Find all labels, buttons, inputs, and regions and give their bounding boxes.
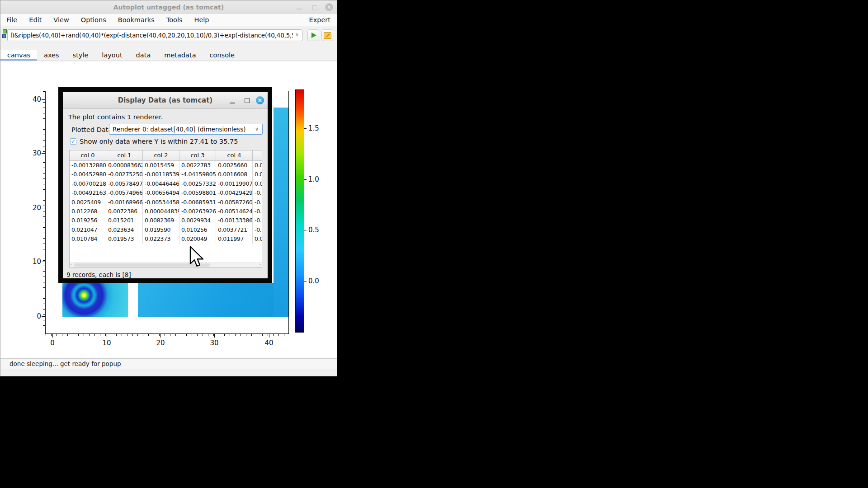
data-source-indicator-icon[interactable]	[2, 34, 6, 38]
tab-style[interactable]: style	[66, 50, 95, 61]
table-cell: -0.00534458...	[143, 198, 179, 207]
table-cell: -0.0	[253, 198, 262, 207]
table-cell: 0.015201	[106, 216, 143, 225]
horizontal-scrollbar[interactable]: ‹ ›	[70, 263, 262, 267]
menu-item-options[interactable]: Options	[75, 14, 112, 26]
plot-element-indicator-icon[interactable]	[3, 29, 7, 33]
table-column-header-partial	[253, 150, 262, 161]
records-summary: 9 records, each is [8]	[66, 271, 131, 278]
y-tick-label: 10	[25, 258, 41, 266]
table-cell: -0.0	[253, 188, 262, 197]
y-major-tick	[42, 153, 45, 154]
table-cell: -0.00578497...	[106, 179, 143, 188]
table-cell: -0.00263926...	[179, 207, 216, 216]
x-axis-minor-ticks	[46, 334, 289, 336]
close-icon[interactable]: ×	[325, 3, 333, 11]
menu-item-bookmarks[interactable]: Bookmarks	[112, 14, 160, 26]
table-cell: 0.011997	[216, 235, 253, 244]
y-major-tick	[42, 262, 45, 262]
x-major-tick	[269, 334, 269, 338]
uri-input[interactable]	[7, 29, 302, 41]
menu-item-tools[interactable]: Tools	[160, 14, 189, 26]
status-text: done sleeping... get ready for popup	[9, 359, 121, 369]
menu-item-view[interactable]: View	[47, 14, 75, 26]
table-cell: 0.00	[253, 161, 262, 170]
window-title: Autoplot untagged (as tomcat)	[0, 0, 337, 14]
dialog-close-icon[interactable]: ×	[256, 96, 264, 104]
menu-item-edit[interactable]: Edit	[23, 14, 47, 26]
table-cell: -0.00598801...	[179, 188, 216, 197]
tab-console[interactable]: console	[203, 50, 241, 61]
colorbar-tick	[304, 230, 307, 230]
tab-metadata[interactable]: metadata	[157, 50, 203, 61]
table-row: 0.0122680.00723860.000044839-0.00263926.…	[70, 207, 262, 216]
colorbar-tick-label: 0.5	[308, 226, 326, 234]
mouse-cursor-icon	[189, 246, 205, 267]
dialog-minimize-icon[interactable]	[230, 103, 235, 103]
maximize-icon[interactable]	[312, 5, 317, 10]
table-cell: -0.00574966...	[106, 188, 143, 197]
y-tick-label: 30	[25, 149, 41, 157]
table-cell: 0.0025409	[70, 198, 106, 207]
table-row: 0.0107840.0195730.0223730.0200490.011997…	[70, 235, 262, 244]
table-cell: 0.00	[253, 179, 262, 188]
minimize-icon[interactable]	[297, 9, 302, 9]
menu-item-file[interactable]: File	[0, 14, 23, 26]
table-header-row: col 0col 1col 2col 3col 4	[70, 150, 262, 161]
play-icon	[311, 33, 316, 38]
y-axis-minor-ticks	[43, 91, 45, 334]
table-cell: -0.00685931...	[179, 198, 216, 207]
x-tick-label: 30	[204, 339, 224, 347]
table-cell: 0.021047	[70, 225, 106, 235]
tab-layout[interactable]: layout	[95, 50, 129, 61]
colorbar-tick-label: 1.0	[308, 175, 326, 183]
filter-checkbox-label: Show only data where Y is within 27.41 t…	[80, 138, 269, 145]
table-cell: 0.00	[253, 170, 262, 179]
menu-item-help[interactable]: Help	[188, 14, 215, 26]
tab-data[interactable]: data	[129, 50, 158, 61]
table-row: 0.0192560.0152010.00823690.0029934-0.001…	[70, 216, 262, 225]
uri-dropdown-icon[interactable]: ∨	[295, 32, 299, 38]
display-data-dialog: Display Data (as tomcat) × The plot cont…	[58, 87, 272, 283]
colorbar	[295, 89, 304, 333]
table-cell: 0.022373	[143, 235, 179, 244]
table-cell: 0.0037721	[216, 225, 253, 235]
tab-axes[interactable]: axes	[37, 50, 66, 61]
inspect-uri-button[interactable]	[321, 29, 333, 41]
table-cell: 0.019590	[143, 225, 179, 235]
expert-toggle[interactable]: Expert	[309, 14, 330, 26]
table-cell: 0.0022783	[179, 161, 216, 170]
y-major-tick	[42, 99, 45, 100]
filter-checkbox[interactable]: ✓	[70, 138, 76, 145]
table-cell: -0.00275250...	[106, 170, 143, 179]
x-major-tick	[107, 334, 107, 338]
colorbar-tick	[304, 179, 307, 180]
table-cell: -0.00587260...	[216, 198, 253, 207]
window-titlebar: Autoplot untagged (as tomcat) ×	[0, 0, 337, 14]
table-cell: 0.000083662	[106, 161, 143, 170]
table-row: 0.0025409-0.00168966...-0.00534458...-0.…	[70, 198, 262, 207]
table-cell: -0.00452980...	[70, 170, 106, 179]
plotted-data-value: Renderer 0: dataset[40,40] (dimensionles…	[113, 126, 245, 133]
x-major-tick	[52, 334, 53, 338]
table-cell: 0.012268	[70, 207, 106, 216]
table-cell: 0.0025660	[216, 161, 253, 170]
table-cell: -0.0	[253, 216, 262, 225]
scroll-left-icon[interactable]: ‹	[71, 262, 72, 267]
data-table[interactable]: col 0col 1col 2col 3col 4 -0.00132880...…	[69, 150, 262, 267]
table-cell: -0.00168966...	[106, 198, 143, 207]
scroll-right-icon[interactable]: ›	[259, 262, 261, 267]
renderer-count-text: The plot contains 1 renderer.	[68, 113, 163, 121]
table-column-header-col-2: col 2	[143, 150, 179, 161]
table-cell: 0.0015459	[143, 161, 179, 170]
x-major-tick	[214, 334, 215, 338]
table-column-header-col-3: col 3	[179, 150, 216, 161]
dialog-maximize-icon[interactable]	[245, 98, 250, 103]
menu-bar: FileEditViewOptionsBookmarksToolsHelp Ex…	[0, 14, 337, 26]
go-button[interactable]	[307, 29, 319, 41]
table-cell: -0.00514624...	[216, 207, 253, 216]
plotted-data-select[interactable]: Renderer 0: dataset[40,40] (dimensionles…	[109, 124, 263, 135]
dialog-titlebar[interactable]: Display Data (as tomcat) ×	[63, 92, 268, 109]
table-row: -0.00492163...-0.00574966...-0.00656494.…	[70, 188, 262, 197]
tab-canvas[interactable]: canvas	[0, 50, 37, 61]
